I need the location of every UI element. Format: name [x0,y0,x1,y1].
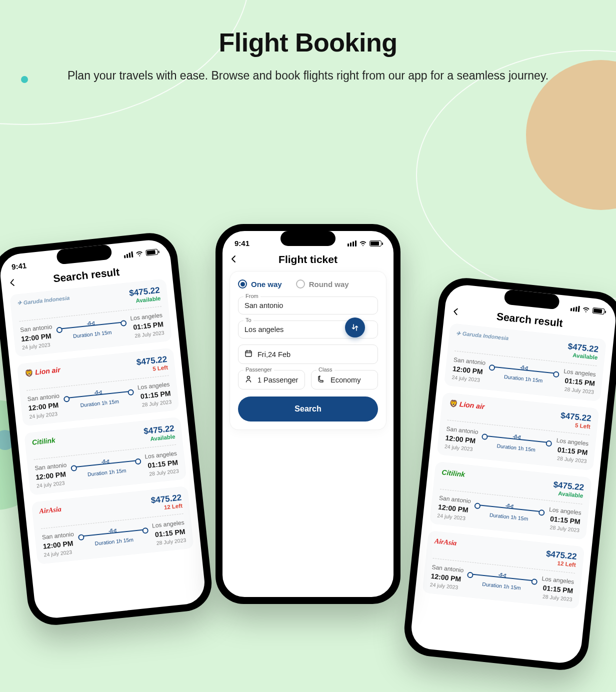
to-date: 28 July 2023 [547,524,580,534]
passenger-value: 1 Passenger [258,376,298,384]
from-date: 24 july 2023 [22,342,54,351]
field-label: To [244,317,254,323]
search-button[interactable]: Search [238,396,378,422]
flight-duration: Duration 1h 15m [489,372,558,385]
flight-duration: Duration 1h 15m [474,510,544,524]
to-date: 28 July 2023 [562,386,594,396]
wifi-icon [359,240,367,248]
flight-card[interactable]: 🦁 Lion air $475.22 5 Left San antonio 12… [436,392,599,471]
to-date: 28 July 2023 [554,455,588,464]
to-date: 28 July 2023 [540,593,572,602]
passenger-field[interactable]: Passenger 1 Passenger [238,370,305,390]
phone-flight-ticket: 9:41 Flight ticket [216,224,400,604]
from-date: 24 july 2023 [430,582,462,591]
plane-icon [497,572,508,581]
from-date: 24 july 2023 [444,444,476,453]
signal-icon [570,306,580,312]
trip-type-label: One way [251,280,282,288]
signal-icon [124,252,133,258]
hero-subtitle: Plan your travels with ease. Browse and … [0,68,616,84]
field-label: Passenger [244,366,274,372]
airline-logo: ✈︎ Garuda Indonesia [456,330,509,342]
radio-icon [296,280,305,288]
radio-icon [238,280,247,288]
back-button[interactable] [230,254,238,265]
trip-type-one-way[interactable]: One way [238,280,282,288]
calendar-icon [244,350,252,359]
back-button[interactable] [8,277,16,289]
status-clock: 9:41 [11,261,27,271]
date-field[interactable]: Fri,24 Feb [238,344,378,364]
battery-icon [592,308,604,314]
to-date: 28 July 2023 [146,468,180,478]
trip-type-label: Round way [309,280,349,288]
seat-icon [318,375,326,384]
flight-duration: Duration 1h 15m [482,441,550,454]
from-value: San antonio [244,302,372,310]
airline-logo: 🦁 Lion air [24,366,61,378]
flight-duration: Duration 1h 15m [72,466,142,479]
from-date: 24 july 2023 [44,548,76,558]
svg-rect-0 [246,351,252,356]
airline-logo: AirAsia [39,506,62,516]
to-date: 28 July 2023 [132,330,165,339]
phone-search-results-right: Search result ✈︎ Garuda Indonesia $475.2… [402,276,616,673]
flight-card[interactable]: AirAsia $475.22 12 Left San antonio 12:0… [32,486,194,564]
plane-icon [519,364,530,374]
plane-icon [100,458,112,468]
from-date: 24 july 2023 [29,410,62,420]
airline-logo: Citilink [32,436,56,446]
from-date: 24 july 2023 [36,480,69,489]
wifi-icon [582,306,590,314]
flight-card[interactable]: 🦁 Lion air $475.22 5 Left San antonio 12… [16,348,179,426]
field-label: Class [316,366,334,372]
svg-point-2 [319,376,320,378]
from-date: 24 july 2023 [452,374,484,384]
svg-point-1 [247,376,250,379]
flight-duration: Duration 1h 15m [467,580,536,592]
battery-icon [146,248,158,256]
flight-duration: Duration 1h 15m [65,397,134,410]
wifi-icon [135,249,144,258]
signal-icon [348,240,356,246]
person-icon [244,375,252,384]
trip-type-round-way[interactable]: Round way [296,280,349,288]
flight-duration: Duration 1h 15m [58,328,127,340]
status-clock: 9:41 [234,239,250,248]
plane-icon [108,527,118,536]
flight-card[interactable]: Citilink $475.22 Available San antonio 1… [24,417,186,496]
back-button[interactable] [452,306,460,318]
page-title: Flight ticket [222,254,394,266]
airline-logo: AirAsia [434,538,457,548]
flight-card[interactable]: Citilink $475.22 Available San antonio 1… [430,462,592,540]
airline-logo: ✈︎ Garuda Indonesia [17,295,70,307]
airline-logo: 🦁 Lion air [448,399,485,410]
plane-icon [512,434,522,443]
from-field[interactable]: From San antonio [238,296,378,314]
to-date: 28 July 2023 [139,399,172,408]
flight-duration: Duration 1h 15m [80,535,148,548]
from-date: 24 july 2023 [437,512,470,522]
date-value: Fri,24 Feb [258,350,290,358]
phone-search-results-left: 9:41 Search result ✈︎ Garuda Indonesia [0,230,214,628]
flight-card[interactable]: AirAsia $475.22 12 Left San antonio 12:0… [422,530,584,609]
to-date: 28 July 2023 [154,537,186,546]
battery-icon [370,240,382,246]
field-label: From [244,293,260,299]
hero-title: Flight Booking [0,28,616,58]
class-field[interactable]: Class Economy [311,370,378,390]
plane-icon [93,389,104,398]
airline-logo: Citilink [442,468,466,478]
class-value: Economy [330,376,360,384]
plane-icon [504,502,516,512]
plane-icon [86,320,97,330]
